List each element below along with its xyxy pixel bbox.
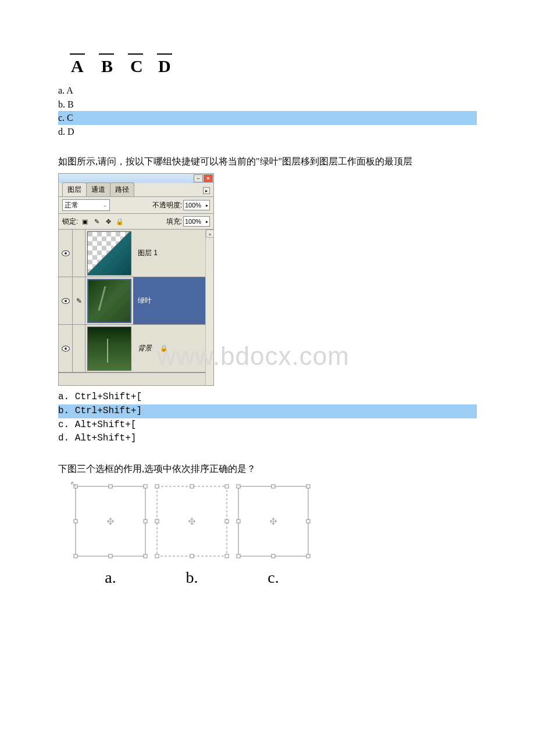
lock-all-icon[interactable]: 🔒 [116, 217, 124, 225]
q2-option-d: d. Alt+Shift+] [58, 432, 477, 446]
close-button[interactable]: × [204, 174, 213, 182]
lock-icons-group: ▣ ✎ ✥ 🔒 [81, 217, 124, 225]
tab-layers[interactable]: 图层 [62, 182, 87, 196]
q2-options: a. Ctrl+Shift+[ b. Ctrl+Shift+] c. Alt+S… [58, 390, 477, 445]
eye-icon [62, 346, 70, 352]
svg-text:A: A [71, 56, 84, 76]
arrow-icon: ▸ [206, 203, 208, 208]
selection-boxes-image: a. b. c. [70, 481, 477, 605]
brush-icon: ✎ [76, 297, 82, 305]
chevron-down-icon: ⌄ [103, 202, 108, 208]
minimize-button[interactable]: − [194, 174, 203, 182]
fill-input[interactable]: 100% ▸ [183, 216, 210, 227]
svg-text:C: C [130, 56, 143, 76]
lock-fill-row: 锁定: ▣ ✎ ✥ 🔒 填充: 100% ▸ [59, 214, 213, 230]
abcd-overline-image: A B C D [65, 52, 477, 77]
q1-option-b: b. B [58, 98, 477, 112]
q3-label-a: a. [105, 568, 116, 586]
layers-list: ▴ 图层 1 ✎ 绿叶 背景 🔒 [59, 230, 213, 385]
layer-name: 绿叶 [138, 296, 152, 306]
svg-text:B: B [101, 56, 113, 76]
link-column[interactable] [73, 325, 85, 372]
lock-icon: 🔒 [160, 345, 168, 352]
arrow-icon: ▸ [206, 219, 208, 224]
layer-row-layer1[interactable]: 图层 1 [59, 230, 213, 277]
layer-thumbnail [87, 279, 131, 323]
q1-option-d: d. D [58, 125, 477, 139]
q2-option-c: c. Alt+Shift+[ [58, 418, 477, 432]
layer-thumbnail [87, 231, 131, 275]
fill-value: 100% [185, 218, 201, 225]
layer-row-background[interactable]: 背景 🔒 [59, 325, 213, 372]
scrollbar[interactable]: ▴ [205, 230, 213, 385]
q3-question: 下图三个选框的作用,选项中依次排序正确的是？ [58, 462, 477, 476]
q1-options: a. A b. B c. C d. D [58, 84, 477, 138]
blend-mode-select[interactable]: 正常 ⌄ [62, 199, 110, 211]
blend-mode-value: 正常 [65, 200, 79, 210]
tab-paths[interactable]: 路径 [110, 182, 134, 196]
svg-text:D: D [158, 56, 171, 76]
opacity-label: 不透明度: [152, 200, 182, 210]
lock-position-icon[interactable]: ✥ [104, 217, 112, 225]
q3-label-b: b. [186, 568, 198, 586]
eye-icon [62, 250, 70, 256]
visibility-toggle[interactable] [59, 325, 73, 372]
q2-option-a: a. Ctrl+Shift+[ [58, 390, 477, 404]
q3-label-c: c. [268, 568, 279, 586]
visibility-toggle[interactable] [59, 230, 73, 277]
fill-label: 填充: [166, 217, 182, 227]
q1-option-c: c. C [58, 111, 477, 125]
visibility-toggle[interactable] [59, 277, 73, 324]
panel-menu-icon[interactable]: ▸ [203, 187, 210, 194]
link-column[interactable] [73, 230, 85, 277]
layer-name: 背景 [138, 343, 152, 353]
layer-thumbnail [87, 327, 131, 371]
q1-option-a: a. A [58, 84, 477, 98]
lock-transparency-icon[interactable]: ▣ [81, 217, 89, 225]
layers-panel: − × 图层 通道 路径 ▸ 正常 ⌄ 不透明度: 100% ▸ 锁定: [58, 173, 214, 386]
layer-name: 图层 1 [138, 248, 158, 258]
layer-row-leaf[interactable]: ✎ 绿叶 [59, 277, 213, 325]
blend-opacity-row: 正常 ⌄ 不透明度: 100% ▸ [59, 197, 213, 214]
tab-channels[interactable]: 通道 [86, 182, 110, 196]
q2-option-b: b. Ctrl+Shift+] [58, 404, 477, 418]
scroll-up-icon[interactable]: ▴ [206, 230, 214, 238]
panel-tabs: 图层 通道 路径 ▸ [59, 183, 213, 197]
eye-icon [62, 298, 70, 304]
opacity-input[interactable]: 100% ▸ [183, 200, 210, 210]
link-column[interactable]: ✎ [73, 277, 85, 324]
q2-question: 如图所示,请问，按以下哪组快捷键可以将当前的"绿叶"图层移到图层工作面板的最顶层 [58, 155, 477, 169]
lock-paint-icon[interactable]: ✎ [92, 217, 101, 225]
opacity-value: 100% [185, 202, 201, 209]
panel-titlebar: − × [59, 174, 213, 183]
layers-footer [59, 372, 213, 385]
lock-label: 锁定: [62, 217, 78, 227]
